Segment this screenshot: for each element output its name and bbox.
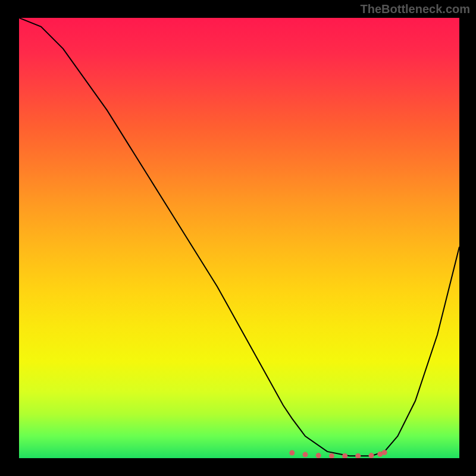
bottleneck-curve <box>19 18 459 456</box>
highlight-dot <box>329 453 334 458</box>
highlight-dot <box>289 450 295 456</box>
highlight-dot <box>342 453 347 458</box>
chart-curve-layer <box>19 18 459 458</box>
chart-plot-area <box>19 18 459 458</box>
highlight-dot <box>382 450 387 455</box>
watermark-text: TheBottleneck.com <box>361 2 470 16</box>
highlight-dot <box>303 452 308 458</box>
highlight-dot <box>316 453 321 458</box>
highlight-dot <box>355 453 361 458</box>
highlight-dot <box>369 453 374 458</box>
